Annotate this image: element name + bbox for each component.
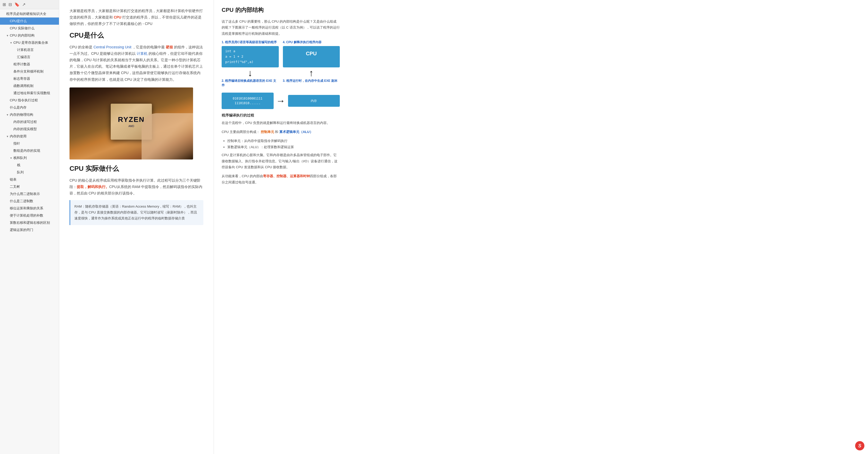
sidebar-item-3[interactable]: ▼CPU 的内部结构 — [0, 32, 59, 39]
sidebar-label-6: 汇编语言 — [17, 55, 30, 59]
sidebar-item-16[interactable]: 内存的现实模型 — [0, 126, 59, 133]
cpu-bullet-list: 控制单元：从内存中提取指令并解码执行 算数逻辑单元（ALU）：处理算数和逻辑运算 — [222, 138, 340, 150]
intro-paragraph: 大家都是程序员，大家都是和计算机打交道的程序员，大家都是和计算机中软硬件打交道的… — [69, 8, 204, 27]
toggle-icon-4[interactable]: ▼ — [10, 41, 12, 44]
cpu-image: RYZEN AMD — [69, 88, 193, 160]
hardcode-highlight: 硬核 — [166, 45, 173, 49]
sidebar-item-14[interactable]: ▼内存的物理结构 — [0, 111, 59, 118]
grid2-icon[interactable]: ⊟ — [8, 2, 12, 7]
sidebar-label-26: 什么是二进制数 — [10, 199, 33, 203]
sidebar-item-12[interactable]: CPU 指令执行过程 — [0, 97, 59, 104]
memory-label: 内存 — [292, 99, 336, 103]
toggle-icon-3[interactable]: ▼ — [6, 34, 9, 37]
sidebar-item-21[interactable]: 栈 — [0, 162, 59, 169]
sidebar-item-19[interactable]: 数组是内存的实现 — [0, 147, 59, 154]
sidebar-nav: 程序员必知的硬核知识大全CPU是什么CPU 实际做什么▼CPU 的内部结构▼CP… — [0, 9, 59, 454]
ram-blockquote: RAM：随机存取存储器（英语：Random Access Memory，缩写：R… — [69, 200, 204, 225]
sidebar-label-28: 便于计算机处理的补数 — [10, 213, 43, 218]
sidebar-label-20: 栈和队列 — [13, 156, 27, 160]
sidebar-label-12: CPU 指令执行过程 — [10, 98, 38, 103]
sidebar-item-2[interactable]: CPU 实际做什么 — [0, 25, 59, 32]
sidebar-label-10: 函数调用机制 — [13, 84, 33, 88]
site-logo[interactable]: S — [855, 441, 864, 450]
sidebar-label-5: 计算机语言 — [17, 47, 34, 52]
main-content: 大家都是程序员，大家都是和计算机打交道的程序员，大家都是和计算机中软硬件打交道的… — [59, 0, 214, 454]
cpu-highlight: CPU — [114, 15, 122, 19]
cpu-box: CPU — [283, 46, 340, 67]
computer-link[interactable]: 计算机 — [137, 52, 148, 56]
sidebar-label-14: 内存的物理结构 — [10, 112, 33, 117]
share-icon[interactable]: ↗ — [22, 2, 26, 7]
code-block: int a a = 1 + 2 printf("%d",a) — [222, 46, 279, 67]
step1-num: 1. 程序员用C语言等高级语言编写的程序 — [222, 40, 279, 44]
sidebar-item-27[interactable]: 移位运算和乘除的关系 — [0, 205, 59, 212]
binary-box: 0101010100001111 11101010...... — [222, 93, 274, 109]
alu-highlight: 算术逻辑单元（ALU） — [279, 130, 313, 134]
cpu-components-p: CPU 主要由两部分构成： 控制单元 和 算术逻辑单元（ALU） — [222, 129, 340, 135]
step2-num: 2. 程序编译后转换成机器语言的 EXE 文件 — [222, 79, 279, 88]
sidebar-item-6[interactable]: 汇编语言 — [0, 54, 59, 61]
sidebar-item-29[interactable]: 算数右移和逻辑右移的区别 — [0, 219, 59, 226]
code-line2: a = 1 + 2 — [225, 54, 275, 59]
bullet-control-unit: 控制单元：从内存中提取指令并解码执行 — [227, 138, 340, 144]
arrow-up-right: ↑ — [283, 67, 340, 79]
sidebar-label-18: 指针 — [13, 141, 20, 146]
sidebar-item-7[interactable]: 程序计数器 — [0, 61, 59, 68]
sidebar-item-13[interactable]: 什么是内存 — [0, 104, 59, 111]
sidebar-item-25[interactable]: 为什么用二进制表示 — [0, 190, 59, 198]
sidebar-item-5[interactable]: 计算机语言 — [0, 46, 59, 54]
memory-box: 内存 — [288, 95, 340, 107]
sidebar-item-10[interactable]: 函数调用机制 — [0, 82, 59, 90]
sidebar-item-11[interactable]: 通过地址和索引实现数组 — [0, 90, 59, 97]
sidebar-label-19: 数组是内存的实现 — [13, 149, 40, 153]
sidebar-label-4: CPU 是寄存器的集合体 — [13, 40, 48, 45]
sidebar-label-7: 程序计数器 — [13, 62, 30, 67]
step3-label: 3. 程序运行时，在内存中生成 EXE 副本 — [283, 79, 340, 89]
right-panel-title: CPU 的内部结构 — [222, 6, 340, 14]
toggle-icon-20[interactable]: ▼ — [10, 157, 12, 160]
sidebar-label-0: 程序员必知的硬核知识大全 — [6, 11, 46, 16]
toggle-icon-17[interactable]: ▼ — [6, 135, 9, 138]
sidebar-item-17[interactable]: ▼内存的使用 — [0, 133, 59, 140]
sidebar-label-23: 链表 — [10, 177, 17, 182]
sidebar-item-26[interactable]: 什么是二进制数 — [0, 198, 59, 205]
step4-num: 4. CPU 解释并执行程序内容 — [283, 40, 340, 44]
grid-icon[interactable]: ⊞ — [3, 2, 6, 7]
blockquote-text: RAM：随机存取存储器（英语：Random Access Memory，缩写：R… — [74, 204, 197, 220]
sidebar-item-20[interactable]: ▼栈和队列 — [0, 154, 59, 162]
sidebar-toolbar: ⊞ ⊟ 🔖 ↗ — [0, 0, 59, 9]
arrow-down-left: ↓ — [222, 67, 279, 79]
toggle-icon-14[interactable]: ▼ — [6, 114, 9, 116]
sidebar-item-0[interactable]: 程序员必知的硬核知识大全 — [0, 10, 59, 18]
sidebar-item-9[interactable]: 标志寄存器 — [0, 75, 59, 82]
sidebar-label-24: 二叉树 — [10, 185, 20, 189]
sidebar-label-11: 通过地址和索引实现数组 — [13, 91, 50, 95]
step4-label: 4. CPU 解释并执行程序内容 — [283, 40, 340, 46]
sidebar-item-18[interactable]: 指针 — [0, 140, 59, 147]
sidebar-item-1[interactable]: CPU是什么 — [0, 18, 59, 25]
sidebar-label-27: 移位运算和乘除的关系 — [10, 206, 43, 211]
control-unit-highlight: 控制单元 — [261, 130, 274, 134]
sidebar-item-22[interactable]: 队列 — [0, 169, 59, 176]
arrow-right-center: → — [276, 95, 285, 106]
sidebar-item-23[interactable]: 链表 — [0, 176, 59, 183]
sidebar-item-28[interactable]: 便于计算机处理的补数 — [0, 212, 59, 219]
program-exec-title: 程序编译执行的过程 — [222, 113, 340, 118]
sidebar-item-24[interactable]: 二叉树 — [0, 183, 59, 190]
cpu-parts-bold: 寄存器、控制器、运算器和时钟 — [263, 174, 310, 178]
sidebar-label-13: 什么是内存 — [10, 105, 27, 110]
sidebar-item-30[interactable]: 逻辑运算的窍门 — [0, 226, 59, 233]
sidebar-item-8[interactable]: 条件分支和循环机制 — [0, 68, 59, 75]
sidebar-label-1: CPU是什么 — [10, 19, 27, 24]
sidebar: ⊞ ⊟ 🔖 ↗ 程序员必知的硬核知识大全CPU是什么CPU 实际做什么▼CPU … — [0, 0, 59, 454]
sidebar-label-30: 逻辑运算的窍门 — [10, 228, 33, 232]
section1-title: CPU是什么 — [69, 31, 204, 40]
central-processing-unit-link[interactable]: Central Processing Unit — [93, 45, 131, 49]
bookmark-icon[interactable]: 🔖 — [14, 2, 20, 7]
program-exec-p1: 在这个流程中，CPU 负责的就是解释和运行最终转换成机器语言的内容。 — [222, 120, 340, 126]
cpu-function-p: 从功能来看，CPU 的内部由寄存器、控制器、运算器和时钟四部分组成，各部分之间通… — [222, 173, 340, 185]
right-panel: CPU 的内部结构 说了这么多 CPU 的重要性，那么 CPU 的内部结构是什么… — [214, 0, 347, 454]
sidebar-item-4[interactable]: ▼CPU 是寄存器的集合体 — [0, 39, 59, 46]
sidebar-item-15[interactable]: 内存的读写过程 — [0, 118, 59, 126]
three-steps-bold: 提取，解码和执行。 — [77, 185, 109, 189]
